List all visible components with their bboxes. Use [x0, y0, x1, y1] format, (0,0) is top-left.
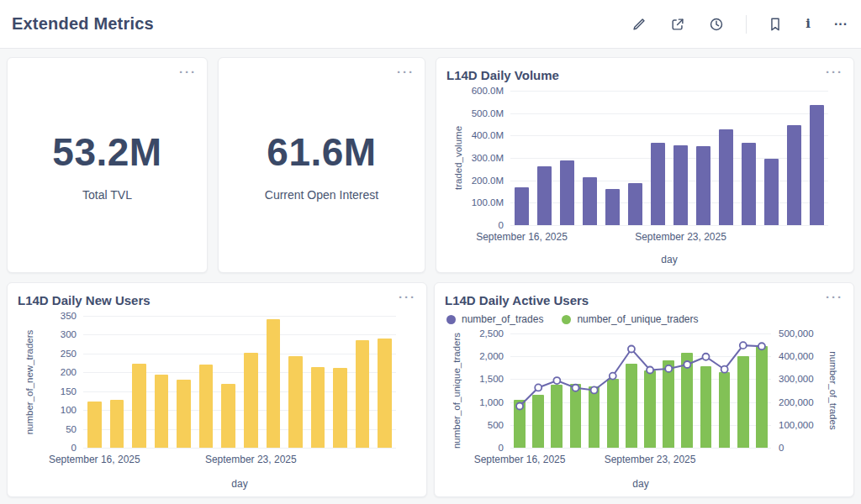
card-daily-active-users: ··· L14D Daily Active Users number_of_tr…	[434, 282, 854, 497]
gridline	[510, 425, 771, 426]
history-button[interactable]	[707, 15, 726, 34]
chart-legend: number_of_trades number_of_unique_trader…	[446, 313, 843, 325]
ellipsis-icon: ···	[834, 18, 848, 31]
x-axis-label: day	[632, 478, 648, 490]
legend-label: number_of_unique_traders	[577, 313, 698, 325]
bar[interactable]	[110, 400, 124, 448]
card-open-interest: ··· 61.6M Current Open Interest	[218, 57, 425, 273]
bar[interactable]	[651, 143, 665, 225]
edit-button[interactable]	[630, 15, 648, 34]
bar[interactable]	[221, 384, 235, 448]
bar[interactable]	[532, 395, 544, 448]
card-more-button[interactable]: ···	[399, 288, 416, 306]
y-axis-tick: 100.0M	[446, 197, 504, 208]
bar[interactable]	[589, 386, 600, 448]
bar[interactable]	[583, 177, 597, 225]
dashboard-grid: ··· 53.2M Total TVL ··· 61.6M Current Op…	[0, 49, 861, 504]
bar[interactable]	[199, 365, 213, 448]
bar[interactable]	[681, 353, 693, 448]
bar[interactable]	[605, 189, 620, 225]
bar[interactable]	[719, 129, 733, 225]
card-more-button[interactable]: ···	[826, 63, 843, 81]
legend-item-trades[interactable]: number_of_trades	[446, 313, 543, 325]
card-daily-new-users: ··· L14D Daily New Users 050100150200250…	[7, 282, 427, 497]
gridline	[510, 158, 828, 159]
gridline	[510, 225, 828, 226]
bar[interactable]	[267, 319, 280, 448]
x-axis-tick: September 16, 2025	[474, 454, 566, 465]
bar[interactable]	[756, 346, 768, 448]
toolbar-divider	[746, 15, 747, 34]
bar[interactable]	[515, 187, 529, 225]
header-toolbar: i ···	[630, 15, 849, 34]
y-axis-tick: 600.0M	[446, 85, 504, 97]
bar[interactable]	[288, 356, 302, 448]
bar[interactable]	[570, 384, 582, 448]
x-axis-tick: September 23, 2025	[635, 231, 726, 243]
bar[interactable]	[177, 380, 190, 448]
share-export-icon	[670, 17, 685, 32]
total-tvl-value: 53.2M	[52, 129, 161, 175]
daily-new-users-chart: 050100150200250300350September 16, 2025S…	[18, 309, 416, 491]
gridline	[83, 391, 396, 392]
bar[interactable]	[244, 353, 257, 448]
x-axis-tick: September 23, 2025	[605, 454, 696, 465]
y-axis-label: number_of_unique_traders	[452, 333, 462, 449]
x-axis-tick: September 23, 2025	[205, 454, 297, 465]
bar[interactable]	[87, 402, 101, 448]
bar[interactable]	[628, 183, 642, 225]
gridline	[510, 333, 771, 334]
bar[interactable]	[155, 375, 168, 448]
bar[interactable]	[560, 160, 574, 225]
header-more-button[interactable]: ···	[832, 16, 849, 33]
bar[interactable]	[700, 366, 712, 448]
total-tvl-label: Total TVL	[82, 188, 132, 202]
bar[interactable]	[663, 360, 674, 448]
bar[interactable]	[551, 385, 563, 448]
y-axis-label: traded_volume	[453, 126, 463, 190]
bar[interactable]	[810, 105, 824, 225]
dashboard-header: Extended Metrics i	[0, 0, 861, 49]
y-axis-tick: 500.0M	[446, 108, 504, 119]
legend-dot	[446, 315, 456, 324]
bar[interactable]	[537, 166, 552, 225]
gridline	[83, 448, 396, 449]
bar[interactable]	[356, 340, 369, 448]
bar[interactable]	[626, 364, 637, 448]
info-button[interactable]: i	[804, 16, 812, 32]
gridline	[83, 316, 396, 317]
bookmark-button[interactable]	[767, 15, 784, 34]
gridline	[510, 356, 771, 357]
bar[interactable]	[737, 356, 749, 448]
share-button[interactable]	[668, 15, 687, 34]
bar[interactable]	[719, 372, 731, 448]
chart-title: L14D Daily New Users	[18, 293, 416, 307]
daily-active-users-chart: 05001,0001,5002,0002,5000100,000200,0003…	[445, 327, 843, 491]
gridline	[510, 379, 771, 380]
bar[interactable]	[333, 368, 346, 448]
bar[interactable]	[378, 339, 391, 448]
bar[interactable]	[311, 367, 325, 448]
bar[interactable]	[787, 125, 801, 225]
bar[interactable]	[607, 379, 619, 448]
gridline	[83, 429, 396, 430]
bar[interactable]	[742, 143, 756, 225]
card-more-button[interactable]: ···	[397, 63, 415, 81]
gridline	[510, 402, 771, 403]
gridline	[83, 410, 396, 411]
y-axis-tick-right: 500,000	[779, 328, 841, 339]
card-more-button[interactable]: ···	[179, 63, 197, 81]
bar[interactable]	[644, 370, 656, 448]
bar[interactable]	[514, 400, 526, 448]
bar[interactable]	[132, 364, 145, 448]
y-axis-tick: 350	[18, 310, 77, 322]
bar[interactable]	[673, 145, 688, 225]
open-interest-value: 61.6M	[267, 129, 376, 175]
info-icon: i	[806, 18, 811, 30]
bar[interactable]	[764, 159, 779, 225]
card-more-button[interactable]: ···	[826, 288, 843, 306]
bar[interactable]	[696, 146, 710, 225]
bookmark-icon	[769, 17, 782, 32]
legend-item-unique-traders[interactable]: number_of_unique_traders	[562, 313, 698, 325]
y-axis-tick-right: 0	[779, 442, 841, 454]
